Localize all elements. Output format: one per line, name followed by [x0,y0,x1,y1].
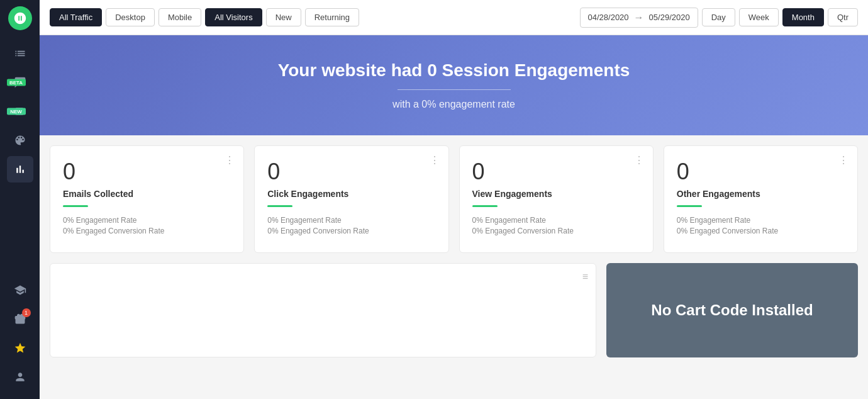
filter-all-traffic[interactable]: All Traffic [50,8,102,26]
filter-mobile[interactable]: Mobile [159,8,201,26]
sidebar-item-palette[interactable] [7,127,33,154]
click-stat-2: 0% Engaged Conversion Rate [267,227,435,235]
view-title: View Engagements [472,189,640,199]
other-divider [677,205,702,207]
bottom-section: ≡ No Cart Code Installed [40,263,868,368]
metrics-cards: ⋮ 0 Emails Collected 0% Engagement Rate … [40,135,868,263]
emails-title: Emails Collected [63,189,231,199]
chart-card: ≡ [50,263,596,357]
no-cart-title: No Cart Code Installed [651,301,813,319]
other-stat-1: 0% Engagement Rate [677,216,845,225]
chart-card-menu[interactable]: ≡ [582,271,588,283]
other-engagements-card: ⋮ 0 Other Engagements 0% Engagement Rate… [664,145,858,253]
main-content: All Traffic Desktop Mobile All Visitors … [40,0,868,399]
gift-notification-badge: 1 [22,308,31,317]
filter-desktop[interactable]: Desktop [106,8,155,26]
view-stat-1: 0% Engagement Rate [472,216,640,225]
sidebar-item-graduation[interactable] [7,277,33,303]
other-count: 0 [677,159,845,185]
no-cart-card: No Cart Code Installed [606,263,858,357]
content-area: Your website had 0 Session Engagements w… [40,35,868,399]
sidebar-item-gift[interactable]: 1 [7,306,33,332]
emails-divider [63,205,88,207]
sidebar: BETA NEW 1 [0,0,40,399]
period-week[interactable]: Week [739,8,779,26]
emails-count: 0 [63,159,231,185]
emails-stat-2: 0% Engaged Conversion Rate [63,227,231,235]
other-stat-2: 0% Engaged Conversion Rate [677,227,845,235]
sidebar-item-analytics[interactable] [7,40,33,67]
view-divider [472,205,498,207]
hero-banner: Your website had 0 Session Engagements w… [40,35,868,135]
click-engagements-card: ⋮ 0 Click Engagements 0% Engagement Rate… [254,145,448,253]
filter-new[interactable]: New [266,8,301,26]
other-title: Other Engagements [677,189,845,199]
click-count: 0 [267,159,435,185]
period-day[interactable]: Day [702,8,735,26]
view-engagements-card: ⋮ 0 View Engagements 0% Engagement Rate … [459,145,654,253]
sidebar-item-tag[interactable]: NEW [7,98,33,125]
new-badge: NEW [7,108,26,115]
emails-stat-1: 0% Engagement Rate [63,216,231,225]
filter-all-visitors[interactable]: All Visitors [205,8,262,26]
date-end: 05/29/2020 [649,13,690,22]
view-stat-2: 0% Engaged Conversion Rate [472,227,640,235]
sidebar-item-chat[interactable]: BETA [7,69,33,96]
hero-subtitle: with a 0% engagement rate [52,99,855,110]
date-range-arrow: → [634,12,644,23]
sidebar-item-barchart[interactable] [7,156,33,183]
click-title: Click Engagements [267,189,435,199]
emails-collected-card: ⋮ 0 Emails Collected 0% Engagement Rate … [50,145,244,253]
hero-title: Your website had 0 Session Engagements [52,60,855,81]
card-menu-emails[interactable]: ⋮ [223,154,236,166]
beta-badge: BETA [7,79,26,86]
hero-divider [398,89,511,90]
card-menu-click[interactable]: ⋮ [428,154,441,166]
date-start: 04/28/2020 [588,13,629,22]
click-stat-1: 0% Engagement Rate [267,216,435,225]
card-menu-view[interactable]: ⋮ [633,154,645,166]
topbar: All Traffic Desktop Mobile All Visitors … [40,0,868,35]
sidebar-item-star[interactable] [7,335,33,361]
logo-button[interactable] [8,6,32,30]
click-divider [267,205,292,207]
filter-returning[interactable]: Returning [305,8,359,26]
period-qtr[interactable]: Qtr [828,8,858,26]
date-range-picker[interactable]: 04/28/2020 → 05/29/2020 [580,8,698,28]
view-count: 0 [472,159,640,185]
period-month[interactable]: Month [782,8,824,26]
sidebar-item-user[interactable] [7,364,33,390]
card-menu-other[interactable]: ⋮ [837,154,850,166]
